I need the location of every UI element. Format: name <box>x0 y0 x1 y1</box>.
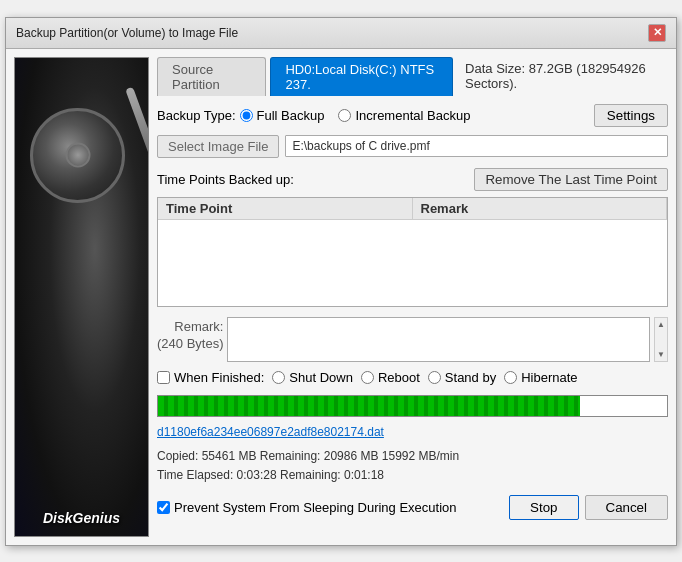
remove-last-time-point-button[interactable]: Remove The Last Time Point <box>474 168 668 191</box>
select-image-file-button[interactable]: Select Image File <box>157 135 279 158</box>
hibernate-radio[interactable] <box>504 371 517 384</box>
when-finished-checkbox-label[interactable]: When Finished: <box>157 370 264 385</box>
stats-text: Copied: 55461 MB Remaining: 20986 MB 159… <box>157 447 668 485</box>
bottom-row: Prevent System From Sleeping During Exec… <box>157 495 668 524</box>
reboot-label: Reboot <box>378 370 420 385</box>
remark-row: Remark: (240 Bytes) ▲ ▼ <box>157 317 668 362</box>
when-finished-label: When Finished: <box>174 370 264 385</box>
remark-textarea[interactable] <box>227 317 650 362</box>
shut-down-option[interactable]: Shut Down <box>272 370 353 385</box>
image-file-path-input[interactable] <box>285 135 668 157</box>
data-size-label: Data Size: 87.2GB (182954926 Sectors). <box>465 61 668 91</box>
hibernate-option[interactable]: Hibernate <box>504 370 577 385</box>
hdd-center <box>65 143 90 168</box>
time-points-table: Time Point Remark <box>157 197 668 307</box>
image-file-row: Select Image File <box>157 135 668 158</box>
col-remark: Remark <box>413 198 668 219</box>
close-button[interactable]: ✕ <box>648 24 666 42</box>
right-panel: Source Partition HD0:Local Disk(C:) NTFS… <box>157 57 668 537</box>
hdd-image-panel: DiskGenius <box>14 57 149 537</box>
window-title: Backup Partition(or Volume) to Image Fil… <box>16 26 238 40</box>
remark-scrollbar[interactable]: ▲ ▼ <box>654 317 668 362</box>
incremental-backup-label: Incremental Backup <box>355 108 470 123</box>
backup-type-options: Full Backup Incremental Backup <box>240 108 471 123</box>
cancel-button[interactable]: Cancel <box>585 495 669 520</box>
progress-bar-fill <box>158 396 580 416</box>
active-partition-tab[interactable]: HD0:Local Disk(C:) NTFS 237. <box>270 57 453 96</box>
full-backup-option[interactable]: Full Backup <box>240 108 325 123</box>
hibernate-label: Hibernate <box>521 370 577 385</box>
hdd-graphic: DiskGenius <box>15 58 148 536</box>
prevent-sleep-checkbox[interactable] <box>157 501 170 514</box>
reboot-option[interactable]: Reboot <box>361 370 420 385</box>
col-time-point: Time Point <box>158 198 413 219</box>
stand-by-radio[interactable] <box>428 371 441 384</box>
backup-type-row: Backup Type: Full Backup Incremental Bac… <box>157 104 668 127</box>
source-partition-tab[interactable]: Source Partition <box>157 57 266 96</box>
incremental-backup-radio[interactable] <box>338 109 351 122</box>
full-backup-label: Full Backup <box>257 108 325 123</box>
incremental-backup-option[interactable]: Incremental Backup <box>338 108 470 123</box>
content-area: DiskGenius Source Partition HD0:Local Di… <box>6 49 676 545</box>
time-points-header: Time Points Backed up: Remove The Last T… <box>157 168 668 191</box>
remark-bytes-label: (240 Bytes) <box>157 334 223 351</box>
prevent-sleep-text: Prevent System From Sleeping During Exec… <box>174 500 457 515</box>
time-points-label: Time Points Backed up: <box>157 172 294 187</box>
scroll-down-arrow[interactable]: ▼ <box>657 350 665 359</box>
settings-button[interactable]: Settings <box>594 104 668 127</box>
table-header-row: Time Point Remark <box>158 198 667 220</box>
hdd-disk <box>30 108 125 203</box>
title-bar: Backup Partition(or Volume) to Image Fil… <box>6 18 676 49</box>
current-file-label: d1180ef6a234ee06897e2adf8e802174.dat <box>157 425 668 439</box>
full-backup-radio[interactable] <box>240 109 253 122</box>
reboot-radio[interactable] <box>361 371 374 384</box>
time-stats: Time Elapsed: 0:03:28 Remaining: 0:01:18 <box>157 466 668 485</box>
shut-down-radio[interactable] <box>272 371 285 384</box>
shut-down-label: Shut Down <box>289 370 353 385</box>
source-partition-row: Source Partition HD0:Local Disk(C:) NTFS… <box>157 57 668 96</box>
copied-stats: Copied: 55461 MB Remaining: 20986 MB 159… <box>157 447 668 466</box>
hdd-arm <box>125 86 149 164</box>
stand-by-label: Stand by <box>445 370 496 385</box>
progress-bar-container <box>157 395 668 417</box>
backup-type-label: Backup Type: <box>157 108 236 123</box>
stop-button[interactable]: Stop <box>509 495 578 520</box>
scroll-up-arrow[interactable]: ▲ <box>657 320 665 329</box>
when-finished-checkbox[interactable] <box>157 371 170 384</box>
main-window: Backup Partition(or Volume) to Image Fil… <box>5 17 677 546</box>
when-finished-row: When Finished: Shut Down Reboot Stand by… <box>157 370 668 385</box>
stand-by-option[interactable]: Stand by <box>428 370 496 385</box>
brand-label: DiskGenius <box>43 510 120 526</box>
remark-label: Remark: <box>168 317 223 334</box>
prevent-sleep-label[interactable]: Prevent System From Sleeping During Exec… <box>157 500 503 515</box>
